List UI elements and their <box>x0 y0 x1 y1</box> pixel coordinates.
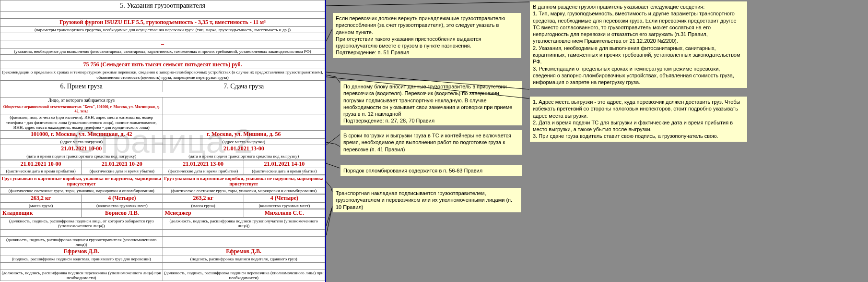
s7-sig4-desc: (должность, подпись, расшифровка подписи… <box>163 270 325 281</box>
document-page: Страница 2 5. Указания грузоотправителя … <box>0 0 326 282</box>
s7-plan-datetime-value: 21.01.2021 13-00 <box>163 145 325 153</box>
s6-sig3-name: Ефремов Д.В. <box>0 248 163 256</box>
signature-row-1: Кладовщик Борисов Л.В. Менеджер Михалков… <box>0 209 325 218</box>
s6-arrival-value: 21.01.2021 10-00 <box>0 160 82 168</box>
s7-departure-desc: (фактические дата и время убытия) <box>244 168 325 174</box>
condition-table: Груз упакован в картонные коробки, упако… <box>0 175 325 194</box>
svg-line-0 <box>326 2 529 6</box>
s7-condition-value: Груз упакован в картонные коробки, упако… <box>163 175 325 187</box>
section-6-title: 6. Прием груза <box>0 81 163 92</box>
s6-plan-datetime-value: 21.01.2021 10-00 <box>0 145 163 153</box>
s7-seats-desc: (количество грузовых мест) <box>244 202 325 208</box>
s5-vehicle-params-value: Грузовой фургон ISUZU ELF 5.5, грузоподъ… <box>0 19 325 27</box>
note-3: В сроки погрузки и выгрузки груза в ТС и… <box>340 130 522 155</box>
s6-sig2-desc: (должность, подпись, расшифровка подписи… <box>0 236 163 248</box>
section-6-7-table: 6. Прием груза 7. Сдача груза Лицо, от к… <box>0 81 325 160</box>
s7-arrival-desc: (фактические дата и время прибытия) <box>163 168 244 174</box>
s6-sig1-name: Борисов Л.В. <box>82 209 163 218</box>
s6-mass-desc: (масса груза) <box>0 202 82 208</box>
s7-address-desc: (адрес места выгрузки) <box>163 139 325 145</box>
s7-plan-datetime-desc: (дата и время подачи транспортного средс… <box>163 153 325 159</box>
s5-declared-value: 75 756 (Семьдесят пять тысяч семьсот пят… <box>0 61 325 69</box>
svg-line-4 <box>326 135 340 145</box>
s5-requirements-value: – <box>0 40 325 49</box>
s6-arrival-desc: (фактические дата и время прибытия) <box>0 168 82 174</box>
s6-plan-datetime-desc: (дата и время подачи транспортного средс… <box>0 153 163 159</box>
s7-condition-desc: (фактическое состояние груза, тары, упак… <box>163 187 325 194</box>
s6-departure-value: 21.01.2021 10-20 <box>82 160 163 168</box>
s6-person-desc: (фамилия, имя, отчество (при наличии), И… <box>0 114 163 131</box>
s6-seats-desc: (количество грузовых мест) <box>82 202 163 208</box>
note-7: 1. Адрес места выгрузки - это адрес, куд… <box>529 96 748 142</box>
s6-sig3-desc: (подпись, расшифровка подписи водителя, … <box>0 256 163 262</box>
s7-sig1-desc: (должность, подпись, расшифровка подписи… <box>163 218 325 229</box>
s7-address-value: г. Москва, ул. Мишина, д. 56 <box>163 131 325 139</box>
svg-line-1 <box>326 29 332 41</box>
s5-vehicle-params-desc: (параметры транспортного средства, необх… <box>0 26 325 33</box>
svg-line-7 <box>326 207 332 235</box>
s7-arrival-value: 21.01.2021 13-00 <box>163 160 244 168</box>
note-2: По данному блоку вносит данные грузоотпр… <box>340 81 522 126</box>
arr-dep-table: 21.01.2021 10-00 21.01.2021 10-20 21.01.… <box>0 160 325 175</box>
s6-sig1-position: Кладовщик <box>0 209 82 218</box>
s6-departure-desc: (фактические дата и время убытия) <box>82 168 163 174</box>
note-5: Транспортная накладная подписывается гру… <box>332 187 522 213</box>
s6-sig4-desc: (должность, подпись, расшифровка подписи… <box>0 270 163 281</box>
note-6: В данном разделе грузоотправитель указыв… <box>529 1 748 88</box>
s6-sig1-desc: (должность, подпись, расшифровка подписи… <box>0 218 163 229</box>
section-5-table: 5. Указания грузоотправителя Грузовой фу… <box>0 0 325 81</box>
section-5-title: 5. Указания грузоотправителя <box>0 0 325 12</box>
note-4: Порядок опломбирования содержится в п. 5… <box>340 165 522 176</box>
section-7-title: 7. Сдача груза <box>163 81 325 92</box>
s7-sig1-name: Михалков С.С. <box>244 209 325 218</box>
s7-departure-value: 21.01.2021 14-10 <box>244 160 325 168</box>
s7-sig3-name: Ефремов Д.В. <box>163 248 325 256</box>
note-1: Если перевозчик должен вернуть принадлеж… <box>332 12 522 59</box>
svg-line-5 <box>326 163 340 168</box>
s6-seats-value: 4 (Четыре) <box>82 195 163 203</box>
mass-seats-table: 263,2 кг 4 (Четыре) 263,2 кг 4 (Четыре) … <box>0 194 325 209</box>
s6-mass-value: 263,2 кг <box>0 195 82 203</box>
s6-condition-desc: (фактическое состояние груза, тары, упак… <box>0 187 163 194</box>
svg-line-6 <box>326 207 332 226</box>
s6-address-desc: (адрес места погрузки) <box>0 139 163 145</box>
s7-sig1-position: Менеджер <box>163 209 244 218</box>
s5-requirements-desc: (указания, необходимые для выполнения фи… <box>0 49 325 55</box>
s6-person-label: Лицо, от которого забирается груз <box>0 97 163 104</box>
s6-address-value: 101000, г. Москва, ул. Мясницкая, д. 42 <box>0 131 163 139</box>
signature-row-1-desc: (должность, подпись, расшифровка подписи… <box>0 218 325 281</box>
s7-mass-value: 263,2 кг <box>163 195 244 203</box>
s6-condition-value: Груз упакован в картонные коробки, упако… <box>0 175 163 187</box>
s7-seats-value: 4 (Четыре) <box>244 195 325 203</box>
s7-mass-desc: (масса груза) <box>163 202 244 208</box>
s6-person-value: Общество с ограниченной ответственностью… <box>0 104 163 114</box>
s7-sig3-desc: (подпись, расшифровка подписи водителя, … <box>163 256 325 262</box>
s5-declared-desc: (рекомендации о предельных сроках и темп… <box>0 69 325 81</box>
